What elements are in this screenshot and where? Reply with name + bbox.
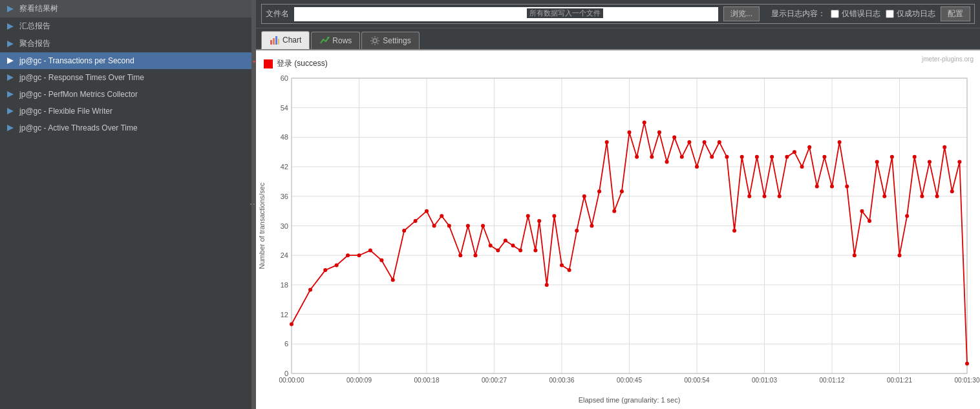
tree-icon: [5, 4, 16, 14]
svg-point-68: [379, 258, 383, 262]
sidebar-item-0[interactable]: 察看结果树: [0, 0, 251, 17]
svg-point-13: [373, 39, 377, 43]
svg-point-117: [763, 194, 767, 198]
sidebar-item-label-2: 聚合报告: [19, 38, 50, 49]
svg-point-112: [725, 155, 729, 159]
sidebar-item-3[interactable]: jp@gc - Transactions per Second ←: [0, 52, 251, 69]
svg-point-141: [943, 145, 946, 149]
tps-icon: [5, 56, 16, 66]
svg-text:12: 12: [281, 311, 288, 319]
sidebar-item-7[interactable]: jp@gc - Active Threads Over Time: [0, 120, 251, 136]
file-section: 所有数据写入一个文件 文件名 浏览... 显示日志内容： 仅错误日志 仅成功日志…: [261, 4, 975, 24]
svg-point-86: [533, 249, 537, 253]
svg-marker-7: [7, 125, 14, 131]
svg-point-94: [590, 224, 593, 228]
svg-point-80: [489, 244, 493, 247]
svg-point-91: [568, 268, 571, 272]
tab-settings[interactable]: Settings: [361, 32, 419, 49]
tab-chart[interactable]: Chart: [261, 31, 310, 49]
file-input[interactable]: [294, 7, 718, 21]
svg-rect-9: [273, 38, 275, 45]
threads-icon: [5, 123, 16, 133]
tab-rows[interactable]: Rows: [311, 32, 360, 49]
svg-point-71: [414, 219, 418, 223]
sidebar-item-label-4: jp@gc - Response Times Over Time: [19, 73, 144, 82]
svg-point-98: [620, 189, 624, 193]
chart-legend: 登录 (success): [256, 56, 980, 72]
svg-point-135: [898, 253, 902, 257]
svg-point-67: [368, 249, 372, 253]
svg-point-137: [913, 155, 917, 159]
svg-point-126: [830, 185, 834, 189]
rtime-icon: [5, 72, 16, 83]
sidebar-item-label-7: jp@gc - Active Threads Over Time: [19, 123, 138, 132]
svg-point-82: [504, 238, 507, 242]
svg-rect-10: [275, 36, 277, 45]
svg-point-128: [845, 185, 849, 189]
svg-point-79: [481, 224, 485, 228]
chart-watermark: jmeter-plugins.org: [922, 56, 974, 63]
svg-marker-4: [7, 74, 14, 81]
svg-point-111: [718, 140, 721, 144]
sidebar: 察看结果树 汇总报告 聚合报告 jp@gc - Transactions per…: [0, 0, 252, 409]
sidebar-item-6[interactable]: jp@gc - Flexible File Writer: [0, 103, 251, 120]
svg-text:00:00:36: 00:00:36: [549, 377, 575, 384]
svg-point-107: [687, 140, 691, 144]
svg-text:24: 24: [281, 251, 288, 259]
chart-tab-icon: [270, 35, 280, 45]
svg-point-66: [357, 253, 361, 257]
config-button[interactable]: 配置: [941, 6, 970, 21]
svg-point-106: [680, 155, 684, 159]
svg-point-88: [545, 283, 549, 287]
main-panel: 所有数据写入一个文件 文件名 浏览... 显示日志内容： 仅错误日志 仅成功日志…: [256, 0, 980, 409]
svg-text:00:00:18: 00:00:18: [414, 377, 440, 384]
svg-point-95: [597, 189, 601, 193]
chart-area: 登录 (success) jmeter-plugins.org 06121824…: [256, 50, 980, 409]
svg-point-102: [650, 155, 654, 159]
svg-point-85: [526, 214, 530, 218]
rows-tab-icon: [319, 36, 330, 46]
log-content-label: 显示日志内容：: [771, 8, 826, 19]
svg-point-101: [643, 121, 646, 125]
svg-point-65: [346, 253, 350, 257]
svg-text:30: 30: [281, 222, 288, 230]
sidebar-item-1[interactable]: 汇总报告: [0, 17, 251, 35]
file-icon: [5, 106, 16, 116]
legend-color-box: [264, 59, 273, 68]
sidebar-item-4[interactable]: jp@gc - Response Times Over Time: [0, 69, 251, 86]
sidebar-item-5[interactable]: jp@gc - PerfMon Metrics Collector: [0, 86, 251, 103]
sidebar-item-2[interactable]: 聚合报告: [0, 35, 251, 52]
svg-point-87: [537, 219, 541, 223]
svg-point-62: [308, 288, 312, 292]
svg-point-136: [905, 214, 909, 218]
svg-point-140: [935, 194, 939, 198]
svg-marker-6: [7, 108, 14, 114]
success-log-checkbox[interactable]: [886, 10, 894, 18]
browse-button[interactable]: 浏览...: [723, 6, 760, 21]
svg-point-70: [402, 229, 406, 233]
svg-point-120: [785, 155, 789, 159]
svg-point-78: [473, 253, 477, 257]
error-log-checkbox[interactable]: [831, 10, 839, 18]
svg-text:36: 36: [281, 193, 288, 200]
svg-point-132: [875, 160, 879, 163]
svg-point-105: [672, 135, 676, 139]
tab-rows-label: Rows: [332, 36, 352, 45]
svg-rect-11: [278, 39, 279, 45]
sidebar-item-label-5: jp@gc - PerfMon Metrics Collector: [19, 90, 138, 99]
svg-text:00:00:54: 00:00:54: [685, 377, 710, 384]
svg-point-125: [822, 155, 826, 159]
svg-point-81: [496, 249, 500, 253]
tab-bar: Chart Rows Settings: [256, 28, 980, 50]
svg-point-119: [778, 194, 782, 198]
top-bar: 所有数据写入一个文件 文件名 浏览... 显示日志内容： 仅错误日志 仅成功日志…: [256, 0, 980, 28]
svg-text:00:00:27: 00:00:27: [482, 377, 507, 384]
svg-point-139: [928, 160, 932, 163]
svg-point-76: [458, 253, 462, 257]
svg-point-100: [635, 155, 639, 159]
svg-point-84: [518, 249, 522, 253]
svg-text:00:01:30: 00:01:30: [955, 377, 980, 384]
svg-point-134: [890, 155, 894, 159]
svg-rect-8: [270, 40, 272, 45]
svg-point-72: [425, 209, 429, 213]
